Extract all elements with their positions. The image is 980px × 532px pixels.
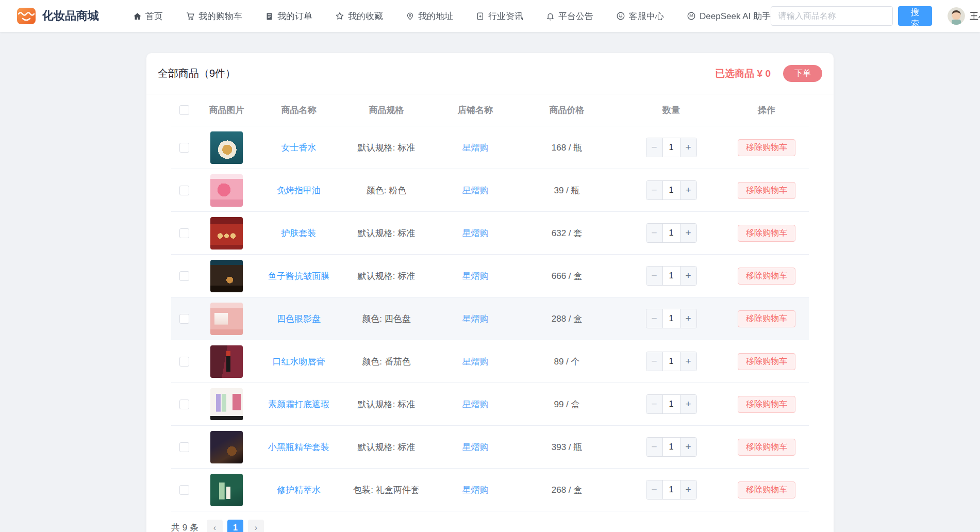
table-row: 素颜霜打底遮瑕 默认规格: 标准 星熠购 99 / 盒 − 1 + 移除购物车 xyxy=(171,383,809,426)
qty-increase-button[interactable]: + xyxy=(680,438,696,456)
product-image[interactable] xyxy=(210,303,243,335)
remove-from-cart-button[interactable]: 移除购物车 xyxy=(738,182,795,199)
row-checkbox[interactable] xyxy=(179,228,189,238)
qty-increase-button[interactable]: + xyxy=(680,480,696,499)
product-price: 632 / 套 xyxy=(519,227,614,239)
row-checkbox[interactable] xyxy=(179,357,189,367)
product-name-link[interactable]: 修护精萃水 xyxy=(277,485,321,495)
qty-increase-button[interactable]: + xyxy=(680,224,696,242)
qty-value[interactable]: 1 xyxy=(662,267,680,285)
qty-value[interactable]: 1 xyxy=(662,181,680,200)
remove-from-cart-button[interactable]: 移除购物车 xyxy=(738,353,795,370)
remove-from-cart-button[interactable]: 移除购物车 xyxy=(738,396,795,413)
row-checkbox[interactable] xyxy=(179,485,189,495)
news-icon xyxy=(476,12,485,21)
remove-from-cart-button[interactable]: 移除购物车 xyxy=(738,481,795,498)
cart-card-header: 全部商品（9件） 已选商品 ¥ 0 下单 xyxy=(146,53,834,94)
nav-item-service[interactable]: 客服中心 xyxy=(616,10,664,22)
qty-stepper: − 1 + xyxy=(646,138,697,157)
store-link[interactable]: 星熠购 xyxy=(462,271,489,281)
product-image[interactable] xyxy=(210,345,243,378)
store-link[interactable]: 星熠购 xyxy=(462,314,489,324)
row-checkbox[interactable] xyxy=(179,143,189,153)
qty-decrease-button[interactable]: − xyxy=(646,224,662,242)
qty-decrease-button[interactable]: − xyxy=(646,309,662,328)
product-name-link[interactable]: 免烤指甲油 xyxy=(277,186,321,195)
remove-from-cart-button[interactable]: 移除购物车 xyxy=(738,439,795,456)
nav-item-ai[interactable]: DeepSeek AI 助手 xyxy=(687,10,771,22)
qty-increase-button[interactable]: + xyxy=(680,309,696,328)
product-image[interactable] xyxy=(210,431,243,463)
qty-increase-button[interactable]: + xyxy=(680,138,696,157)
qty-decrease-button[interactable]: − xyxy=(646,352,662,371)
qty-decrease-button[interactable]: − xyxy=(646,138,662,157)
page-1-button[interactable]: 1 xyxy=(227,520,243,532)
avatar[interactable] xyxy=(948,7,965,25)
row-checkbox[interactable] xyxy=(179,442,189,452)
qty-value[interactable]: 1 xyxy=(662,352,680,371)
nav-item-address[interactable]: 我的地址 xyxy=(406,10,453,22)
qty-value[interactable]: 1 xyxy=(662,395,680,413)
qty-decrease-button[interactable]: − xyxy=(646,267,662,285)
prev-page-button[interactable]: ‹ xyxy=(207,520,223,532)
store-link[interactable]: 星熠购 xyxy=(462,357,489,367)
nav-item-orders[interactable]: 我的订单 xyxy=(265,10,312,22)
pagination: 共 9 条 ‹ 1 › xyxy=(171,520,809,532)
qty-increase-button[interactable]: + xyxy=(680,181,696,200)
product-name-link[interactable]: 女士香水 xyxy=(281,143,317,153)
qty-value[interactable]: 1 xyxy=(662,138,680,157)
row-checkbox[interactable] xyxy=(179,400,189,409)
row-checkbox[interactable] xyxy=(179,314,189,324)
qty-increase-button[interactable]: + xyxy=(680,352,696,371)
product-name-link[interactable]: 素颜霜打底遮瑕 xyxy=(268,400,329,409)
qty-value[interactable]: 1 xyxy=(662,224,680,242)
nav-item-announcements[interactable]: 平台公告 xyxy=(546,10,593,22)
remove-from-cart-button[interactable]: 移除购物车 xyxy=(738,139,795,156)
store-link[interactable]: 星熠购 xyxy=(462,186,489,195)
product-name-link[interactable]: 护肤套装 xyxy=(281,228,317,238)
store-link[interactable]: 星熠购 xyxy=(462,400,489,409)
qty-value[interactable]: 1 xyxy=(662,438,680,456)
qty-decrease-button[interactable]: − xyxy=(646,480,662,499)
table-row: 修护精萃水 包装: 礼盒两件套 星熠购 268 / 盒 − 1 + 移除购物车 xyxy=(171,469,809,511)
product-image[interactable] xyxy=(210,474,243,506)
product-image[interactable] xyxy=(210,260,243,292)
product-image[interactable] xyxy=(210,217,243,250)
nav-item-cart[interactable]: 我的购物车 xyxy=(186,10,242,22)
row-checkbox[interactable] xyxy=(179,271,189,281)
product-name-link[interactable]: 小黑瓶精华套装 xyxy=(268,442,329,452)
remove-from-cart-button[interactable]: 移除购物车 xyxy=(738,310,795,327)
qty-value[interactable]: 1 xyxy=(662,480,680,499)
store-link[interactable]: 星熠购 xyxy=(462,485,489,495)
product-price: 168 / 瓶 xyxy=(519,142,614,154)
row-checkbox[interactable] xyxy=(179,186,189,195)
search-input[interactable] xyxy=(771,6,893,26)
search-button[interactable]: 搜索 xyxy=(898,6,932,26)
product-image[interactable] xyxy=(210,388,243,421)
qty-value[interactable]: 1 xyxy=(662,309,680,328)
store-link[interactable]: 星熠购 xyxy=(462,228,489,238)
next-page-button[interactable]: › xyxy=(248,520,264,532)
place-order-button[interactable]: 下单 xyxy=(783,65,822,82)
qty-increase-button[interactable]: + xyxy=(680,395,696,413)
qty-decrease-button[interactable]: − xyxy=(646,395,662,413)
product-price: 89 / 个 xyxy=(519,356,614,368)
remove-from-cart-button[interactable]: 移除购物车 xyxy=(738,225,795,242)
store-link[interactable]: 星熠购 xyxy=(462,442,489,452)
qty-decrease-button[interactable]: − xyxy=(646,438,662,456)
product-name-link[interactable]: 鱼子酱抗皱面膜 xyxy=(268,271,329,281)
nav-item-news[interactable]: 行业资讯 xyxy=(476,10,523,22)
user-menu[interactable]: 王小宇 xyxy=(948,7,980,25)
qty-decrease-button[interactable]: − xyxy=(646,181,662,200)
product-name-link[interactable]: 四色眼影盘 xyxy=(277,314,321,324)
product-image[interactable] xyxy=(210,131,243,164)
nav-item-favorites[interactable]: 我的收藏 xyxy=(335,10,383,22)
remove-from-cart-button[interactable]: 移除购物车 xyxy=(738,268,795,285)
product-spec: 默认规格: 标准 xyxy=(341,398,431,410)
nav-item-home[interactable]: 首页 xyxy=(133,10,163,22)
select-all-checkbox[interactable] xyxy=(179,105,189,115)
product-image[interactable] xyxy=(210,174,243,207)
qty-increase-button[interactable]: + xyxy=(680,267,696,285)
product-name-link[interactable]: 口红水吻唇膏 xyxy=(273,357,325,367)
store-link[interactable]: 星熠购 xyxy=(462,143,489,153)
